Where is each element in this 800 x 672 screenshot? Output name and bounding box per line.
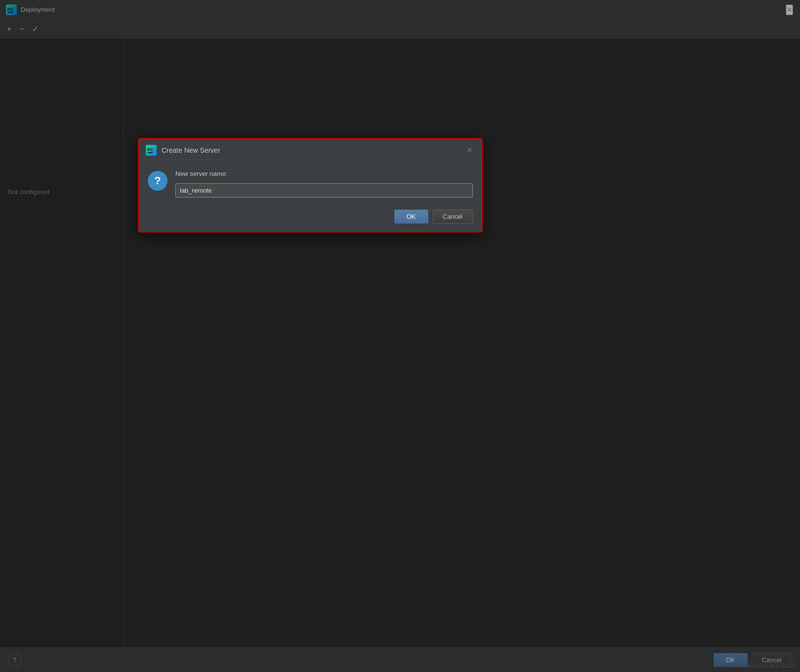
- dialog-close-button[interactable]: ×: [465, 145, 475, 156]
- dialog-body: ? New server name:: [139, 160, 482, 205]
- create-new-server-dialog: PC Create New Server × ? New server name…: [138, 138, 483, 233]
- main-window: PC Deployment × + − ✓ Not configured ? O…: [0, 0, 800, 672]
- dialog-title: Create New Server: [162, 146, 465, 154]
- dialog-cancel-button[interactable]: Cancel: [433, 209, 473, 224]
- server-name-input[interactable]: [175, 183, 473, 198]
- dialog-footer: OK Cancel: [139, 205, 482, 232]
- dialog-content: New server name:: [175, 170, 473, 198]
- dialog-pycharm-icon: PC: [146, 145, 157, 156]
- svg-rect-4: [148, 152, 153, 153]
- dialog-title-bar: PC Create New Server ×: [139, 139, 482, 160]
- dialog-ok-button[interactable]: OK: [394, 209, 429, 224]
- svg-text:PC: PC: [147, 147, 154, 152]
- dialog-overlay: [0, 0, 800, 672]
- question-icon: ?: [148, 171, 167, 191]
- server-name-label: New server name:: [175, 170, 473, 177]
